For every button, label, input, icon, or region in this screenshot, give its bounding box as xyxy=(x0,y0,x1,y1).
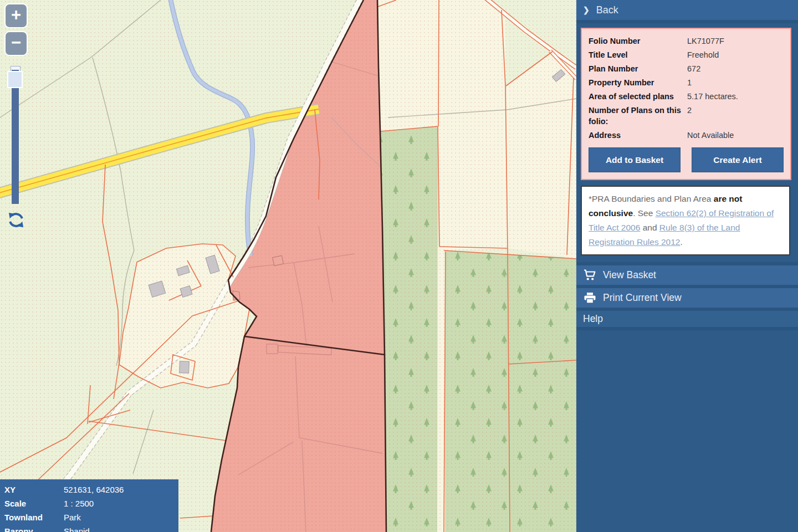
zoom-out-button[interactable]: − xyxy=(4,31,28,56)
plan-count-row: Number of Plans on this folio: 2 xyxy=(589,103,784,128)
sidebar: ❯ Back Folio Number LK71077F Title Level… xyxy=(576,0,798,532)
help-label: Help xyxy=(583,313,603,325)
title-level-row: Title Level Freehold xyxy=(589,48,784,62)
print-current-view-label: Print Current View xyxy=(603,292,682,304)
folio-number-value: LK71077F xyxy=(687,35,784,47)
plan-number-label: Plan Number xyxy=(589,63,687,74)
folio-info-panel: Folio Number LK71077F Title Level Freeho… xyxy=(581,28,791,180)
folio-number-label: Folio Number xyxy=(589,35,687,47)
zoom-controls: + − xyxy=(4,3,28,56)
back-chevron-icon: ❯ xyxy=(583,6,590,14)
zoom-slider-handle[interactable] xyxy=(7,71,23,88)
xy-label: XY xyxy=(4,483,64,497)
building-in-parcel xyxy=(273,255,284,265)
barony-value: Shanid xyxy=(64,524,174,532)
back-button[interactable]: ❯ Back xyxy=(576,0,798,23)
status-row-townland: Townland Park xyxy=(4,510,174,524)
zoom-slider-track[interactable] xyxy=(12,70,19,204)
map-canvas[interactable]: + − XY 521631, 642036 Scale xyxy=(0,0,576,532)
land-registry-map-viewer: + − XY 521631, 642036 Scale xyxy=(0,0,798,532)
townland-label: Townland xyxy=(4,510,64,524)
address-label: Address xyxy=(589,130,687,141)
scale-value: 1 : 2500 xyxy=(64,497,174,510)
title-level-label: Title Level xyxy=(589,49,687,60)
view-basket-button[interactable]: View Basket xyxy=(576,262,798,285)
area-row: Area of selected plans 5.17 hectares. xyxy=(589,89,784,103)
back-label: Back xyxy=(596,4,618,16)
area-label: Area of selected plans xyxy=(589,91,687,102)
xy-value: 521631, 642036 xyxy=(64,483,174,497)
create-alert-button[interactable]: Create Alert xyxy=(692,147,784,172)
plan-count-value: 2 xyxy=(687,105,784,127)
title-level-value: Freehold xyxy=(687,49,784,60)
barony-label: Barony xyxy=(4,524,64,532)
refresh-icon[interactable] xyxy=(8,212,24,228)
plan-count-label: Number of Plans on this folio: xyxy=(589,105,687,127)
add-to-basket-button[interactable]: Add to Basket xyxy=(589,147,681,172)
zoom-in-button[interactable]: + xyxy=(4,3,28,28)
plan-number-row: Plan Number 672 xyxy=(589,62,784,75)
help-button[interactable]: Help xyxy=(576,308,798,330)
status-row-scale: Scale 1 : 2500 xyxy=(4,497,174,510)
print-current-view-button[interactable]: Print Current View xyxy=(576,285,798,308)
disclaimer-box: *PRA Boundaries and Plan Area are not co… xyxy=(581,186,790,255)
property-number-value: 1 xyxy=(687,77,784,88)
folio-number-row: Folio Number LK71077F xyxy=(589,34,784,48)
scale-label: Scale xyxy=(4,497,64,510)
plan-number-value: 672 xyxy=(687,63,784,74)
view-basket-label: View Basket xyxy=(603,269,656,281)
townland-value: Park xyxy=(64,510,174,524)
address-row: Address Not Available xyxy=(589,128,784,142)
status-row-barony: Barony Shanid xyxy=(4,524,174,532)
address-value: Not Available xyxy=(687,130,784,141)
property-number-label: Property Number xyxy=(589,77,687,88)
status-row-xy: XY 521631, 642036 xyxy=(4,483,174,497)
basemap xyxy=(0,0,576,532)
printer-icon xyxy=(583,293,596,304)
area-value: 5.17 hectares. xyxy=(687,91,784,102)
property-number-row: Property Number 1 xyxy=(589,75,784,89)
disclaimer-text: *PRA Boundaries and Plan Area xyxy=(589,194,714,203)
cart-icon xyxy=(583,269,596,281)
map-status-panel: XY 521631, 642036 Scale 1 : 2500 Townlan… xyxy=(0,479,178,532)
sidebar-menu: View Basket Print Current View Help xyxy=(576,262,798,330)
